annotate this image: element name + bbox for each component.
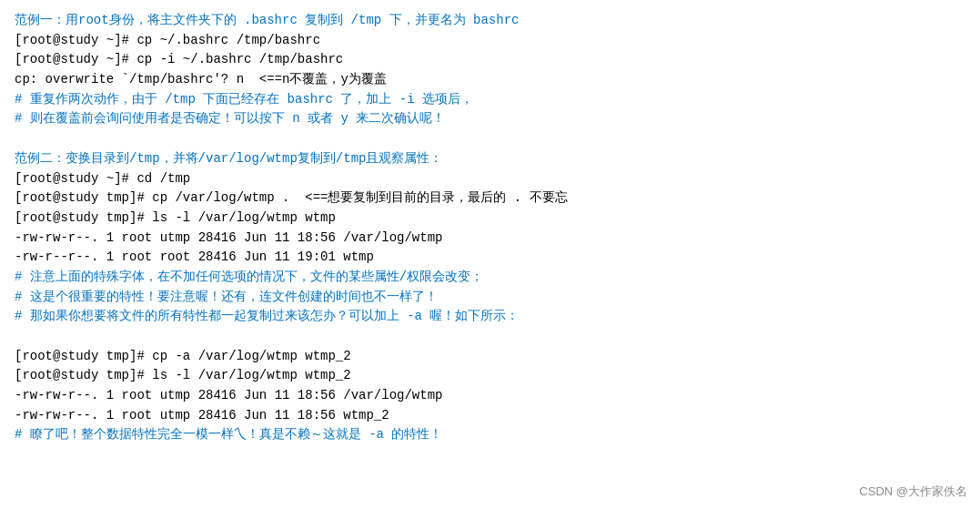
empty-line bbox=[15, 129, 965, 149]
terminal-line: # 注意上面的特殊字体，在不加任何选项的情况下，文件的某些属性/权限会改变； bbox=[15, 268, 965, 288]
terminal-line: # 瞭了吧！整个数据特性完全一模一样乀！真是不赖～这就是 -a 的特性！ bbox=[15, 425, 965, 445]
terminal-line: [root@study tmp]# cp /var/log/wtmp . <==… bbox=[15, 188, 965, 209]
terminal-line: [root@study ~]# cp -i ~/.bashrc /tmp/bas… bbox=[15, 50, 965, 70]
terminal-container: 范例一：用root身份，将主文件夹下的 .bashrc 复制到 /tmp 下，并… bbox=[0, 0, 980, 509]
terminal-line: # 那如果你想要将文件的所有特性都一起复制过来该怎办？可以加上 -a 喔！如下所… bbox=[15, 307, 965, 327]
terminal-line: [root@study tmp]# ls -l /var/log/wtmp wt… bbox=[15, 209, 965, 229]
terminal-line: 范例二：变换目录到/tmp，并将/var/log/wtmp复制到/tmp且观察属… bbox=[15, 149, 965, 169]
terminal-line: [root@study tmp]# ls -l /var/log/wtmp wt… bbox=[15, 366, 965, 386]
terminal-line: -rw-rw-r--. 1 root utmp 28416 Jun 11 18:… bbox=[15, 229, 965, 249]
terminal-line: # 则在覆盖前会询问使用者是否确定！可以按下 n 或者 y 来二次确认呢！ bbox=[15, 109, 965, 129]
watermark: CSDN @大作家佚名 bbox=[859, 484, 967, 500]
terminal-line: # 重复作两次动作，由于 /tmp 下面已经存在 bashrc 了，加上 -i … bbox=[15, 90, 965, 110]
terminal-line: # 这是个很重要的特性！要注意喔！还有，连文件创建的时间也不一样了！ bbox=[15, 288, 965, 308]
terminal-line: -rw-rw-r--. 1 root utmp 28416 Jun 11 18:… bbox=[15, 406, 965, 426]
terminal-line: [root@study tmp]# cp -a /var/log/wtmp wt… bbox=[15, 347, 965, 367]
terminal-line: [root@study ~]# cd /tmp bbox=[15, 169, 965, 189]
terminal-line: [root@study ~]# cp ~/.bashrc /tmp/bashrc bbox=[15, 31, 965, 51]
terminal-line: cp: overwrite `/tmp/bashrc'? n <==n不覆盖，y… bbox=[15, 70, 965, 90]
empty-line bbox=[15, 327, 965, 347]
terminal-line: -rw-r--r--. 1 root root 28416 Jun 11 19:… bbox=[15, 248, 965, 268]
terminal-line: 范例一：用root身份，将主文件夹下的 .bashrc 复制到 /tmp 下，并… bbox=[15, 11, 965, 31]
terminal-line: -rw-rw-r--. 1 root utmp 28416 Jun 11 18:… bbox=[15, 386, 965, 406]
